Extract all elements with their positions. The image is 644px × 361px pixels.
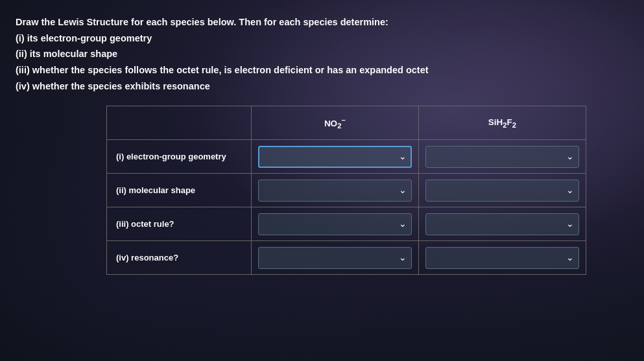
no2-resonance-dropdown[interactable]: yes no	[258, 247, 412, 269]
table-row: (i) electron-group geometry linear trigo…	[107, 140, 586, 174]
row-label-shape: (ii) molecular shape	[107, 174, 252, 207]
header-sih2f2-col: SiH2F2	[418, 106, 586, 140]
no2-resonance-wrapper: yes no	[258, 247, 412, 269]
sih2f2-shape-wrapper: linear bent trigonal planar trigonal pyr…	[425, 180, 579, 202]
row-label-resonance: (iv) resonance?	[107, 241, 252, 275]
instruction-point4: (iv) whether the species exhibits resona…	[16, 78, 628, 95]
instruction-point3: (iii) whether the species follows the oc…	[16, 62, 628, 78]
no2-octet-dropdown[interactable]: follows octet rule electron deficient ex…	[258, 213, 412, 235]
table-wrapper: NO2– SiH2F2 (i) electron-group geometry …	[106, 106, 628, 275]
no2-octet-cell: follows octet rule electron deficient ex…	[251, 207, 418, 241]
sih2f2-resonance-wrapper: yes no	[425, 247, 579, 269]
header-blank-col	[107, 106, 252, 140]
sih2f2-geometry-dropdown[interactable]: linear trigonal planar trigonal pyramida…	[425, 146, 579, 168]
table-row: (iii) octet rule? follows octet rule ele…	[107, 207, 586, 241]
species-table: NO2– SiH2F2 (i) electron-group geometry …	[106, 106, 586, 275]
sih2f2-resonance-dropdown[interactable]: yes no	[425, 247, 579, 269]
sih2f2-octet-wrapper: follows octet rule electron deficient ex…	[425, 213, 579, 235]
no2-geometry-wrapper: linear trigonal planar trigonal pyramida…	[258, 146, 412, 168]
instruction-intro: Draw the Lewis Structure for each specie…	[16, 14, 628, 30]
instruction-point2: (ii) its molecular shape	[16, 46, 628, 62]
header-no2-col: NO2–	[251, 106, 418, 140]
table-row: (iv) resonance? yes no	[107, 241, 586, 275]
sih2f2-geometry-wrapper: linear trigonal planar trigonal pyramida…	[425, 146, 579, 168]
instruction-point1: (i) its electron-group geometry	[16, 30, 628, 47]
no2-shape-cell: linear bent trigonal planar trigonal pyr…	[251, 174, 418, 207]
no2-geometry-dropdown[interactable]: linear trigonal planar trigonal pyramida…	[258, 146, 412, 168]
sih2f2-octet-dropdown[interactable]: follows octet rule electron deficient ex…	[425, 213, 579, 235]
no2-geometry-cell: linear trigonal planar trigonal pyramida…	[251, 140, 418, 174]
sih2f2-octet-cell: follows octet rule electron deficient ex…	[418, 207, 586, 241]
no2-octet-wrapper: follows octet rule electron deficient ex…	[258, 213, 412, 235]
main-content: Draw the Lewis Structure for each specie…	[0, 0, 644, 285]
row-label-octet: (iii) octet rule?	[107, 207, 252, 241]
row-label-geometry: (i) electron-group geometry	[107, 140, 252, 174]
no2-shape-wrapper: linear bent trigonal planar trigonal pyr…	[258, 180, 412, 202]
sih2f2-shape-dropdown[interactable]: linear bent trigonal planar trigonal pyr…	[425, 180, 579, 202]
instructions-block: Draw the Lewis Structure for each specie…	[16, 14, 628, 94]
table-header-row: NO2– SiH2F2	[107, 106, 586, 140]
sih2f2-shape-cell: linear bent trigonal planar trigonal pyr…	[418, 174, 586, 207]
no2-shape-dropdown[interactable]: linear bent trigonal planar trigonal pyr…	[258, 180, 412, 202]
no2-resonance-cell: yes no	[251, 241, 418, 275]
sih2f2-resonance-cell: yes no	[418, 241, 586, 275]
table-row: (ii) molecular shape linear bent trigona…	[107, 174, 586, 207]
sih2f2-geometry-cell: linear trigonal planar trigonal pyramida…	[418, 140, 586, 174]
